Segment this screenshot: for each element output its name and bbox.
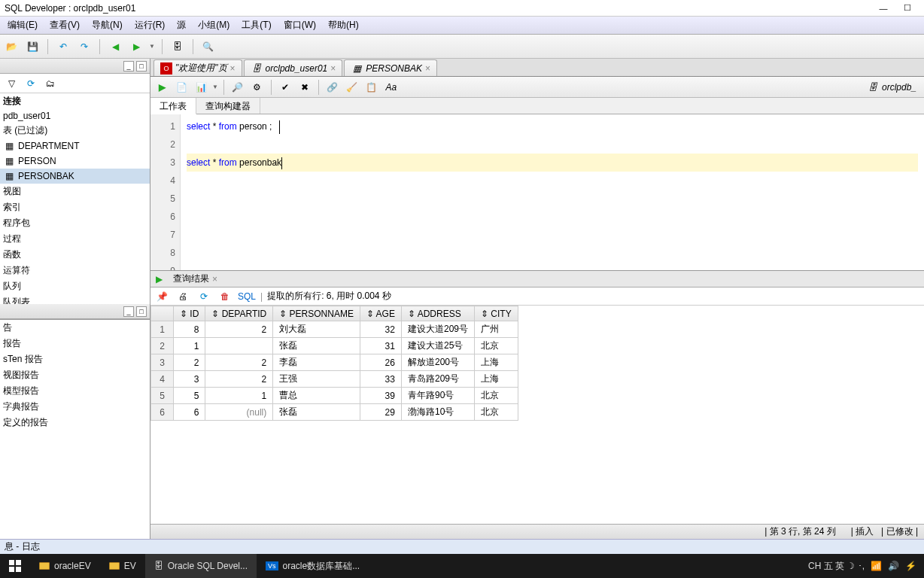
table-icon: ▦ [3, 140, 15, 152]
tray-icon[interactable]: 🔊 [888, 561, 899, 571]
svg-rect-1 [16, 560, 21, 565]
db-icon[interactable]: 🔍 [200, 38, 217, 55]
table-icon: ▦ [3, 155, 15, 167]
svg-rect-2 [9, 567, 14, 572]
cursor-position: | 第 3 行, 第 24 列 [764, 525, 835, 538]
close-icon[interactable]: × [330, 63, 336, 74]
report-item[interactable]: 模型报告 [0, 383, 150, 399]
menu-tools[interactable]: 工具(T) [237, 17, 275, 33]
tray-icon[interactable]: ⚡ [905, 561, 916, 571]
pin-icon[interactable]: ▶ [150, 271, 167, 287]
tree-table-item[interactable]: ▦DEPARTMENT [0, 138, 150, 154]
back-icon[interactable]: ◀ [107, 38, 123, 55]
sql-editor[interactable]: 123456789 select * from person ; select … [150, 114, 924, 271]
menu-nav[interactable]: 导航(N) [87, 17, 127, 33]
save-icon[interactable]: 💾 [24, 38, 41, 55]
tree-item[interactable]: 过程 [0, 231, 150, 247]
menu-help[interactable]: 帮助(H) [324, 17, 363, 33]
refresh-result-icon[interactable]: ⟳ [196, 288, 212, 305]
tree-table-item-selected[interactable]: ▦PERSONBAK [0, 169, 150, 184]
pin-result-icon[interactable]: 📌 [153, 288, 170, 305]
menu-window[interactable]: 窗口(W) [279, 17, 321, 33]
tree-item[interactable]: 表 (已过滤) [0, 123, 150, 138]
report-item[interactable]: 字典报告 [0, 399, 150, 415]
redo-icon[interactable]: ↷ [76, 38, 93, 55]
menu-edit[interactable]: 编辑(E) [3, 17, 42, 33]
clear-icon[interactable]: 🧹 [344, 79, 360, 96]
taskbar: oracleEVEV🗄Oracle SQL Devel...Vsoracle数据… [0, 554, 924, 578]
query-builder-tab[interactable]: 查询构建器 [196, 98, 260, 114]
tab-worksheet[interactable]: 🗄 orclpdb_user01 × [244, 59, 343, 76]
taskbar-item[interactable]: 🗄Oracle SQL Devel... [145, 554, 257, 578]
start-button[interactable] [0, 554, 30, 578]
tree-item[interactable]: 索引 [0, 199, 150, 215]
tree-item[interactable]: 运算符 [0, 263, 150, 278]
report-item[interactable]: sTen 报告 [0, 351, 150, 367]
svg-rect-0 [9, 560, 14, 565]
tree-toolbar: ▽ ⟳ 🗂 [0, 74, 150, 93]
oracle-icon: O [160, 62, 172, 75]
explain-icon[interactable]: 📊 [193, 79, 209, 96]
minimize-button[interactable]: — [871, 4, 895, 13]
history-icon[interactable]: 📋 [363, 79, 380, 96]
log-bar[interactable]: 息 - 日志 [0, 539, 924, 554]
table-icon: ▦ [351, 62, 363, 75]
reports-tree[interactable]: 告 报告 sTen 报告 视图报告 模型报告 字典报告 定义的报告 [0, 319, 150, 539]
taskbar-item[interactable]: Vsoracle数据库基础... [257, 554, 369, 578]
tab-personbak[interactable]: ▦ PERSONBAK × [344, 59, 437, 76]
report-item[interactable]: 视图报告 [0, 367, 150, 383]
tree-item[interactable]: 函数 [0, 247, 150, 263]
result-grid[interactable]: ⇕ ID⇕ DEPARTID⇕ PERSONNAME⇕ AGE⇕ ADDRESS… [150, 306, 924, 524]
run-script-icon[interactable]: 📄 [173, 79, 190, 96]
delete-result-icon[interactable]: 🗑 [217, 288, 233, 305]
menu-run[interactable]: 运行(R) [130, 17, 170, 33]
taskbar-item[interactable]: oracleEV [30, 554, 100, 578]
tree-item[interactable]: pdb_user01 [0, 109, 150, 123]
close-icon[interactable]: × [425, 63, 430, 74]
insert-mode: | 插入 [851, 525, 874, 538]
unshared-icon[interactable]: 🔗 [324, 79, 341, 96]
tab-welcome[interactable]: O "欢迎使用"页 × [153, 59, 242, 76]
undo-icon[interactable]: ↶ [55, 38, 71, 55]
menu-team[interactable]: 小组(M) [193, 17, 234, 33]
close-icon[interactable]: × [230, 63, 236, 74]
results-tab[interactable]: 查询结果 × [167, 271, 223, 287]
panel-min-icon[interactable]: _ [123, 61, 134, 71]
code-area[interactable]: select * from person ; select * from per… [181, 114, 924, 270]
refresh-icon[interactable]: ⟳ [23, 75, 39, 92]
report-item[interactable]: 报告 [0, 336, 150, 351]
menu-view[interactable]: 查看(V) [45, 17, 84, 33]
rollback-icon[interactable]: ✖ [296, 79, 313, 96]
panel-min-icon[interactable]: _ [123, 306, 134, 317]
tray-icon[interactable]: 📶 [871, 561, 882, 571]
tree-icon[interactable]: 🗂 [42, 75, 59, 92]
connections-tree[interactable]: 连接 pdb_user01 表 (已过滤) ▦DEPARTMENT ▦PERSO… [0, 93, 150, 304]
tree-table-item[interactable]: ▦PERSON [0, 154, 150, 169]
sql-tuning-icon[interactable]: ⚙ [249, 79, 266, 96]
worksheet-tab[interactable]: 工作表 [150, 98, 196, 114]
report-item[interactable]: 定义的报告 [0, 415, 150, 430]
menu-source[interactable]: 源 [172, 17, 190, 33]
connection-selector[interactable]: 🗄 orclpdb_ [862, 80, 921, 95]
system-tray[interactable]: CH 五 英 ☽ ･, 📶 🔊 ⚡ [801, 560, 924, 573]
forward-icon[interactable]: ▶ [128, 38, 144, 55]
maximize-button[interactable]: ☐ [895, 3, 919, 13]
panel-max-icon[interactable]: □ [136, 61, 147, 71]
result-status: 提取的所有行: 6, 用时 0.004 秒 [267, 290, 391, 303]
tree-item[interactable]: 队列 [0, 278, 150, 294]
autotrace-icon[interactable]: 🔎 [229, 79, 246, 96]
open-icon[interactable]: 📂 [3, 38, 20, 55]
commit-icon[interactable]: ✔ [277, 79, 293, 96]
panel-max-icon[interactable]: □ [136, 306, 147, 317]
close-icon[interactable]: × [212, 274, 217, 284]
tree-item[interactable]: 程序包 [0, 215, 150, 231]
tree-item[interactable]: 视图 [0, 184, 150, 199]
report-item[interactable]: 告 [0, 320, 150, 336]
taskbar-item[interactable]: EV [100, 554, 145, 578]
tree-item[interactable]: 队列表 [0, 294, 150, 304]
sql-icon[interactable]: 🗄 [169, 38, 186, 55]
print-icon[interactable]: 🖨 [175, 288, 191, 305]
run-icon[interactable]: ▶ [153, 79, 170, 96]
font-icon[interactable]: Aa [383, 79, 400, 96]
filter-icon[interactable]: ▽ [3, 75, 20, 92]
